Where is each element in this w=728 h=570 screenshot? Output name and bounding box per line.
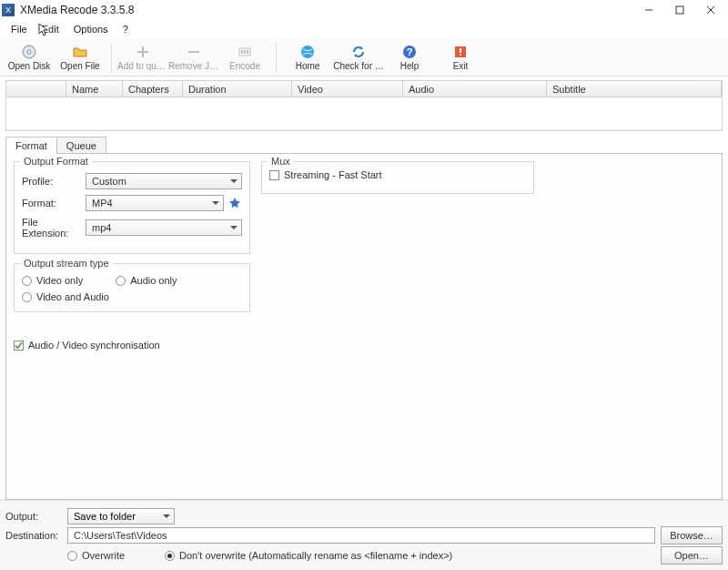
toolbar-separator [111, 43, 112, 72]
col-name[interactable]: Name [66, 81, 123, 97]
format-label: Format: [22, 198, 86, 209]
destination-input[interactable]: C:\Users\Test\Videos [67, 527, 655, 544]
file-ext-select[interactable]: mp4 [86, 219, 242, 236]
video-only-radio[interactable]: Video only [22, 275, 83, 286]
output-stream-group: Output stream type Video only Audio only… [14, 263, 250, 312]
exit-label: Exit [453, 61, 469, 71]
bottom-bar: Output: Save to folder Destination: C:\U… [0, 500, 728, 570]
refresh-icon [350, 44, 367, 60]
help-label: Help [400, 61, 420, 71]
home-button[interactable]: Home [282, 40, 333, 75]
svg-rect-6 [188, 51, 199, 53]
disc-icon [21, 44, 37, 60]
col-blank[interactable] [6, 81, 66, 97]
toolbar: Open Disk Open File Add to que… Remove J… [0, 38, 728, 76]
open-file-button[interactable]: Open File [55, 40, 106, 75]
open-file-label: Open File [60, 61, 99, 71]
mux-group: Mux Streaming - Fast Start [261, 161, 534, 194]
menubar: File Edit Options ? [0, 20, 728, 38]
col-duration[interactable]: Duration [183, 81, 292, 97]
open-disk-label: Open Disk [8, 61, 51, 71]
maximize-button[interactable] [664, 0, 695, 20]
overwrite-radio[interactable]: Overwrite [67, 550, 125, 561]
exit-icon [452, 44, 469, 60]
menu-help[interactable]: ? [116, 22, 136, 36]
browse-button[interactable]: Browse… [661, 526, 723, 545]
check-update-button[interactable]: Check for … [333, 40, 384, 75]
destination-label: Destination: [5, 530, 62, 541]
folder-open-icon [72, 44, 88, 60]
svg-point-5 [27, 50, 31, 54]
grid-header: Name Chapters Duration Video Audio Subti… [6, 81, 722, 97]
remove-job-label: Remove Job [168, 61, 219, 71]
menu-options[interactable]: Options [66, 22, 116, 36]
app-icon: X [2, 4, 15, 16]
plus-icon [135, 44, 151, 60]
streaming-checkbox[interactable]: Streaming - Fast Start [269, 169, 526, 180]
svg-text:?: ? [407, 46, 413, 57]
open-button[interactable]: Open… [661, 546, 723, 565]
output-stream-legend: Output stream type [20, 258, 113, 269]
window-title: XMedia Recode 3.3.5.8 [20, 4, 633, 16]
favorite-format-button[interactable] [228, 196, 242, 210]
svg-rect-10 [247, 50, 248, 54]
menu-file[interactable]: File [4, 22, 35, 36]
globe-icon [299, 44, 316, 60]
check-update-label: Check for … [333, 61, 384, 71]
svg-rect-1 [676, 6, 683, 14]
encode-label: Encode [229, 61, 260, 71]
encode-icon [237, 44, 253, 60]
output-format-legend: Output Format [20, 156, 92, 167]
col-chapters[interactable]: Chapters [123, 81, 183, 97]
job-grid[interactable]: Name Chapters Duration Video Audio Subti… [5, 80, 723, 131]
col-video[interactable]: Video [292, 81, 403, 97]
dont-overwrite-radio[interactable]: Don't overwrite (Automatically rename as… [165, 550, 452, 561]
add-to-queue-label: Add to que… [117, 61, 168, 71]
help-button[interactable]: ? Help [384, 40, 435, 75]
profile-select[interactable]: Custom [86, 173, 242, 189]
audio-only-radio[interactable]: Audio only [116, 275, 177, 286]
col-subtitle[interactable]: Subtitle [547, 81, 722, 97]
output-format-group: Output Format Profile: Custom Format: MP… [14, 161, 250, 254]
encode-button: Encode [219, 40, 270, 75]
exit-button[interactable]: Exit [435, 40, 486, 75]
video-and-audio-radio[interactable]: Video and Audio [22, 291, 242, 302]
output-select[interactable]: Save to folder [67, 508, 175, 524]
open-disk-button[interactable]: Open Disk [4, 40, 55, 75]
titlebar: X XMedia Recode 3.3.5.8 [0, 0, 728, 20]
minus-icon [186, 44, 202, 60]
svg-rect-9 [244, 50, 246, 54]
svg-rect-15 [460, 48, 461, 53]
home-label: Home [296, 61, 320, 71]
format-panel: Output Format Profile: Custom Format: MP… [5, 154, 723, 500]
mux-legend: Mux [268, 156, 294, 167]
menu-edit[interactable]: Edit [35, 22, 66, 36]
col-audio[interactable]: Audio [403, 81, 547, 97]
svg-rect-8 [241, 50, 243, 54]
add-to-queue-button: Add to que… [117, 40, 168, 75]
minimize-button[interactable] [633, 0, 664, 20]
close-button[interactable] [695, 0, 726, 20]
help-icon: ? [401, 44, 418, 60]
svg-point-16 [460, 54, 461, 56]
tabs: Format Queue [5, 137, 723, 154]
profile-label: Profile: [22, 176, 86, 187]
toolbar-separator [276, 43, 277, 72]
tab-format[interactable]: Format [5, 137, 57, 154]
format-select[interactable]: MP4 [86, 195, 224, 211]
file-ext-label: File Extension: [22, 217, 86, 239]
output-label: Output: [5, 511, 62, 522]
av-sync-checkbox[interactable]: Audio / Video synchronisation [14, 340, 250, 351]
tab-queue[interactable]: Queue [56, 137, 106, 154]
remove-job-button: Remove Job [168, 40, 219, 75]
svg-point-11 [301, 46, 314, 58]
